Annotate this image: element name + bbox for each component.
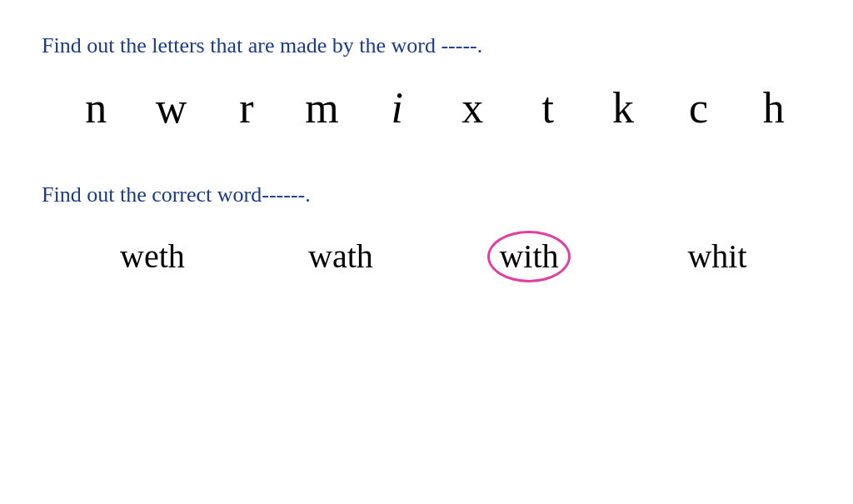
letter-c: c [661, 83, 736, 132]
letter-t: t [510, 83, 585, 132]
word-wath[interactable]: wath [247, 237, 435, 276]
word-weth[interactable]: weth [58, 237, 247, 276]
letters-row: n w r m i x t k c h [42, 83, 811, 132]
letter-h: h [736, 83, 811, 132]
instruction-1: Find out the letters that are made by th… [42, 33, 811, 58]
page-container: Find out the letters that are made by th… [0, 0, 853, 504]
word-with[interactable]: with [435, 237, 623, 276]
word-whit[interactable]: whit [623, 237, 811, 276]
letter-w: w [133, 83, 208, 132]
letter-m: m [284, 83, 359, 132]
instruction-2: Find out the correct word------. [42, 182, 811, 207]
circle-highlight [487, 231, 571, 282]
letter-k: k [586, 83, 661, 132]
letter-i: i [360, 83, 435, 132]
letter-x: x [435, 83, 510, 132]
letter-r: r [209, 83, 284, 132]
letter-n: n [58, 83, 133, 132]
words-row: weth wath with whit [42, 237, 811, 276]
